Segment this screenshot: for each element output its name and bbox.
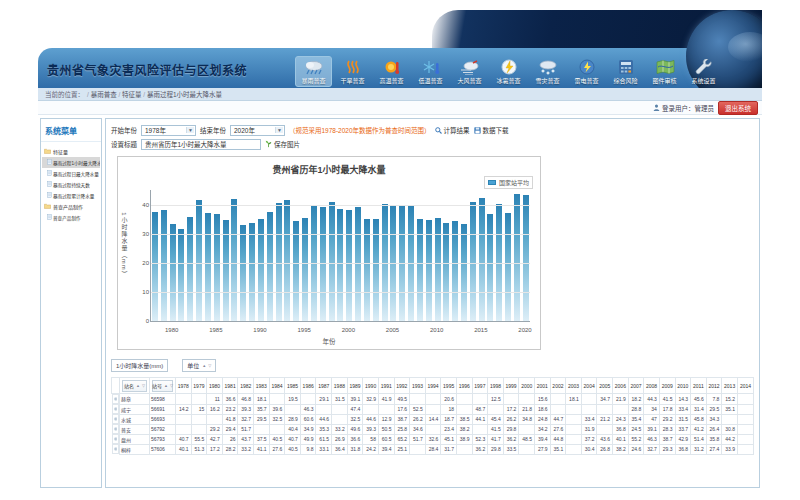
value-cell: 26 (222, 434, 238, 444)
logout-button[interactable]: 退出系统 (718, 101, 758, 115)
value-cell: 39.1 (644, 424, 660, 434)
year-column-header[interactable]: 1987 (316, 378, 332, 394)
station-id-cell: 56691 (150, 404, 176, 414)
tree-group[interactable]: 普查产品制作 (42, 201, 100, 212)
row-expander-icon[interactable] (112, 414, 120, 424)
nav-item-cold-survey[interactable]: 低温普查 (412, 56, 449, 87)
tree-item[interactable]: 暴雨过程日最大降水量 (42, 168, 100, 179)
nav-item-hail-survey[interactable]: 冰雹普查 (490, 56, 527, 87)
year-column-header[interactable]: 1998 (488, 378, 504, 394)
tree-item[interactable]: 普查产品制作 (42, 212, 100, 223)
year-column-header[interactable]: 2001 (535, 378, 551, 394)
sort-asc-icon[interactable]: ▲ (202, 363, 206, 368)
value-cell: 40.1 (176, 444, 192, 454)
year-column-header[interactable]: 2013 (722, 378, 738, 394)
year-column-header[interactable]: 1979 (191, 378, 207, 394)
year-column-header[interactable]: 1988 (332, 378, 348, 394)
save-image-button[interactable]: 保存图片 (265, 139, 300, 149)
year-column-header[interactable]: 1997 (472, 378, 488, 394)
year-column-header[interactable]: 2008 (644, 378, 660, 394)
year-column-header[interactable]: 1995 (441, 378, 457, 394)
station-name-column-header[interactable]: 站名▲▽ (120, 378, 150, 394)
calc-result-button[interactable]: 计算结果 (435, 125, 470, 135)
table-header-row: 站名▲▽站号▲▽19781979198019811982198319841985… (112, 378, 754, 394)
year-column-header[interactable]: 2004 (581, 378, 597, 394)
year-column-header[interactable]: 1993 (410, 378, 426, 394)
year-column-header[interactable]: 1994 (425, 378, 441, 394)
sort-desc-icon[interactable]: ▽ (142, 383, 145, 388)
tree-item[interactable]: 暴雨过程累计降水量 (42, 190, 100, 201)
unit-filter[interactable]: 单位 ▲▽ (182, 359, 216, 372)
nav-item-snow-survey[interactable]: 雪灾普查 (529, 56, 566, 87)
nav-item-drought-survey[interactable]: 干旱普查 (334, 56, 371, 87)
year-column-header[interactable]: 1996 (456, 378, 472, 394)
year-column-header[interactable]: 1992 (394, 378, 410, 394)
value-cell: 16.2 (207, 404, 223, 414)
year-column-header[interactable]: 2003 (566, 378, 582, 394)
year-column-header[interactable]: 2012 (706, 378, 722, 394)
x-tick-label: 1990 (249, 327, 271, 333)
nav-item-lightning-survey[interactable]: 雷电普查 (568, 56, 605, 87)
chart-title: 贵州省历年1小时最大降水量 (118, 163, 540, 176)
year-column-header[interactable]: 2007 (628, 378, 644, 394)
value-cell (363, 404, 379, 414)
year-column-header[interactable]: 2006 (613, 378, 629, 394)
end-year-select[interactable]: 2020年 ▼ (230, 125, 285, 136)
chart-title-input[interactable]: 贵州省历年1小时最大降水量 (141, 139, 261, 150)
start-year-select[interactable]: 1978年 ▼ (141, 125, 196, 136)
year-column-header[interactable]: 2002 (550, 378, 566, 394)
field-filter[interactable]: 1小时降水量(mm) (111, 359, 168, 372)
year-column-header[interactable]: 1984 (269, 378, 285, 394)
breadcrumb-item[interactable]: 暴雨过程1小时最大降水量 (147, 91, 222, 98)
bar-1979 (161, 210, 167, 321)
data-download-button[interactable]: 数据下载 (474, 125, 509, 135)
nav-item-risk-survey[interactable]: 综合风险 (607, 56, 644, 87)
year-column-header[interactable]: 1991 (378, 378, 394, 394)
row-expander-icon[interactable] (112, 404, 120, 414)
row-expander-icon[interactable] (112, 424, 120, 434)
row-expander-icon[interactable] (112, 444, 120, 454)
year-column-header[interactable]: 1985 (285, 378, 301, 394)
year-column-header[interactable]: 2009 (659, 378, 675, 394)
value-cell: 31.5 (332, 394, 348, 405)
breadcrumb-item[interactable]: 暴雨普查 (91, 91, 117, 98)
year-column-header[interactable]: 1986 (300, 378, 316, 394)
bar-1982 (187, 217, 193, 322)
value-cell (519, 394, 535, 405)
row-expander-icon[interactable] (112, 394, 120, 404)
tree-item[interactable]: 暴雨过程持续天数 (42, 179, 100, 190)
value-cell: 34.7 (597, 394, 613, 405)
sort-asc-icon[interactable]: ▲ (136, 383, 140, 388)
year-column-header[interactable]: 2010 (675, 378, 691, 394)
year-column-header[interactable]: 1982 (238, 378, 254, 394)
row-expander-icon[interactable] (112, 434, 120, 444)
nav-item-heat-survey[interactable]: 高温普查 (373, 56, 410, 87)
login-user-label: 登录用户：管理员 (662, 103, 714, 113)
value-cell (737, 444, 753, 454)
nav-item-wind-survey[interactable]: 大风普查 (451, 56, 488, 87)
tree-group[interactable]: 特征量 (42, 146, 100, 157)
value-cell: 34 (644, 404, 660, 414)
year-column-header[interactable]: 1980 (207, 378, 223, 394)
nav-item-rain-survey[interactable]: 暴雨普查 (295, 56, 332, 87)
year-column-header[interactable]: 1990 (363, 378, 379, 394)
year-column-header[interactable]: 2000 (519, 378, 535, 394)
year-column-header[interactable]: 1989 (347, 378, 363, 394)
year-column-header[interactable]: 2014 (737, 378, 753, 394)
year-column-header[interactable]: 2011 (691, 378, 707, 394)
breadcrumb-item[interactable]: 特征量 (122, 91, 142, 98)
station-id-column-header[interactable]: 站号▲▽ (150, 378, 176, 394)
nav-item-map-survey[interactable]: 图件审核 (646, 56, 683, 87)
sort-desc-icon[interactable]: ▽ (208, 363, 211, 368)
year-column-header[interactable]: 2005 (597, 378, 613, 394)
year-column-header[interactable]: 1999 (503, 378, 519, 394)
tree-item[interactable]: 暴雨过程1小时最大降水量 (42, 157, 100, 168)
sort-asc-icon[interactable]: ▲ (164, 383, 168, 388)
year-column-header[interactable]: 1981 (222, 378, 238, 394)
table-row: 普安5679229.229.451.740.434.935.333.249.63… (112, 424, 754, 434)
year-column-header[interactable]: 1983 (254, 378, 270, 394)
value-cell (332, 414, 348, 424)
nav-item-settings-survey[interactable]: 系统设置 (685, 56, 722, 87)
sort-desc-icon[interactable]: ▽ (170, 383, 173, 388)
year-column-header[interactable]: 1978 (176, 378, 192, 394)
